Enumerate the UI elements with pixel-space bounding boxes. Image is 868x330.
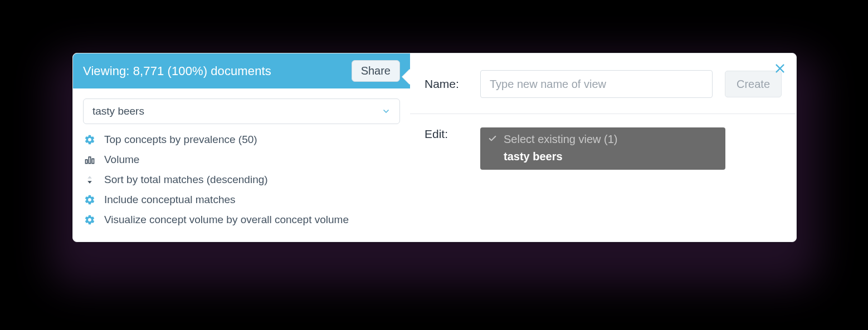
edit-select-placeholder[interactable]: Select existing view (1) [480, 127, 725, 148]
svg-rect-1 [89, 157, 90, 164]
share-form-panel: Name: Create Edit: Select existing view … [410, 53, 796, 242]
name-label: Name: [425, 77, 468, 91]
view-name-input[interactable] [480, 70, 713, 98]
viewing-header: Viewing: 8,771 (100%) documents Share [73, 53, 410, 88]
edit-select-placeholder-text: Select existing view (1) [504, 133, 618, 145]
view-select[interactable]: tasty beers [83, 98, 400, 124]
viewing-summary: Viewing: 8,771 (100%) documents [83, 64, 271, 78]
gear-icon [83, 133, 96, 146]
view-select-value: tasty beers [92, 105, 144, 117]
edit-select-option[interactable]: tasty beers [480, 148, 725, 170]
config-label: Top concepts by prevalence (50) [104, 134, 257, 146]
bar-chart-icon [83, 153, 96, 166]
check-icon [488, 133, 497, 146]
viewing-panel: Viewing: 8,771 (100%) documents Share ta… [73, 53, 410, 242]
view-config-list: Top concepts by prevalence (50) Volume S… [73, 129, 410, 238]
config-label: Sort by total matches (descending) [104, 174, 268, 186]
config-visualize[interactable]: Visualize concept volume by overall conc… [83, 211, 400, 229]
gear-icon [83, 213, 96, 226]
share-button[interactable]: Share [352, 60, 400, 82]
share-view-popover: Viewing: 8,771 (100%) documents Share ta… [72, 53, 797, 242]
edit-form-row: Edit: Select existing view (1) tasty bee… [410, 114, 796, 183]
config-label: Volume [104, 154, 139, 166]
chevron-down-icon [382, 107, 391, 116]
config-include-conceptual[interactable]: Include conceptual matches [83, 191, 400, 209]
edit-existing-view-select[interactable]: Select existing view (1) tasty beers [480, 127, 725, 170]
config-label: Include conceptual matches [104, 194, 236, 206]
config-sort[interactable]: Sort by total matches (descending) [83, 171, 400, 189]
gear-icon [83, 193, 96, 206]
edit-label: Edit: [425, 127, 468, 141]
config-volume-heading: Volume [83, 151, 400, 169]
svg-rect-2 [92, 159, 94, 163]
svg-rect-0 [86, 160, 87, 164]
create-button[interactable]: Create [725, 71, 782, 97]
config-label: Visualize concept volume by overall conc… [104, 214, 349, 226]
sort-icon [83, 173, 96, 186]
config-top-concepts[interactable]: Top concepts by prevalence (50) [83, 131, 400, 149]
close-icon[interactable] [774, 62, 786, 75]
name-form-row: Name: Create [410, 53, 796, 114]
